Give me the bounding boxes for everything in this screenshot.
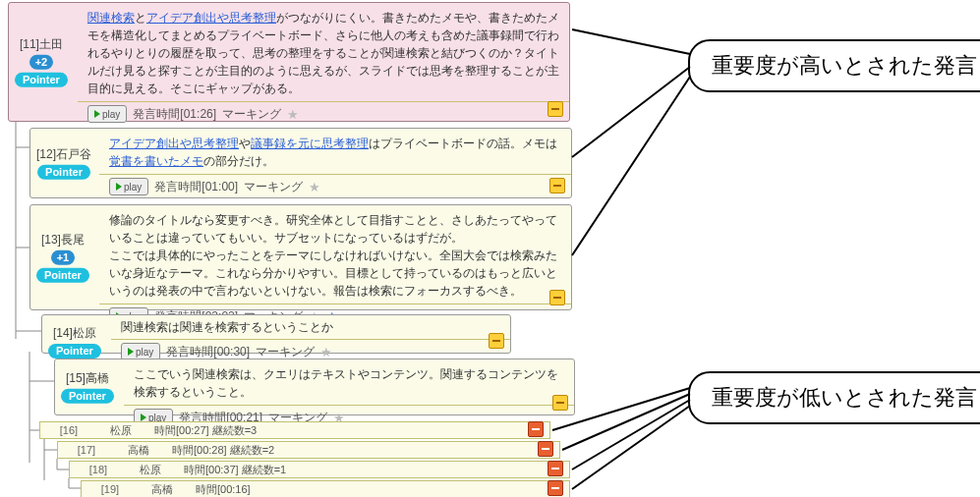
comment-node-15[interactable]: [15]高橋 Pointer ここでいう関連検索は、クエリはテキストやコンテンツ…: [54, 359, 575, 415]
node-count-badge: +1: [51, 250, 76, 265]
node-body: ここでいう関連検索は、クエリはテキストやコンテンツ。関連するコンテンツを検索する…: [124, 359, 574, 406]
node-speaker: 高橋: [86, 371, 109, 385]
node-header: [14]松原 Pointer: [48, 325, 101, 359]
node-index: [15]: [66, 371, 86, 385]
expand-button[interactable]: [548, 480, 563, 496]
play-icon: [116, 183, 122, 191]
node-speaker: 高橋: [139, 482, 186, 497]
pointer-badge[interactable]: Pointer: [37, 165, 90, 180]
node-index: [17]: [58, 444, 115, 456]
svg-line-13: [572, 29, 690, 54]
marking-label: マーキング: [222, 106, 281, 123]
node-index: [18]: [70, 464, 127, 475]
node-meta: play 発言時間[01:26] マーキング ★: [78, 102, 569, 127]
node-body: 関連検索とアイデア創出や思考整理がつながりにくい。書きためたメモや、書きためたメ…: [78, 3, 569, 102]
node-speaker: 土田: [39, 37, 63, 51]
svg-line-15: [572, 77, 690, 255]
node-index: [13]: [41, 233, 61, 247]
collapse-button[interactable]: [489, 333, 504, 349]
comment-mini-17[interactable]: [17] 高橋 時間[00:28] 継続数=2: [57, 441, 560, 459]
node-header: [11]土田 +2 Pointer: [15, 36, 68, 87]
node-header: [12]石戸谷 Pointer: [36, 146, 91, 181]
node-body: 修論のタイトルなら変更すべき。研究全体として目指すことと、さしあたってやっている…: [99, 205, 571, 304]
expand-button[interactable]: [538, 441, 553, 457]
pointer-badge[interactable]: Pointer: [48, 344, 101, 359]
node-time: 発言時間[01:00]: [154, 179, 238, 195]
svg-line-18: [572, 400, 690, 469]
node-index: [19]: [82, 483, 139, 495]
pointer-badge[interactable]: Pointer: [61, 389, 114, 404]
annotation-high: 重要度が高いとされた発言: [688, 39, 980, 92]
play-icon: [128, 348, 134, 356]
play-button[interactable]: play: [109, 178, 148, 195]
node-count-badge: +2: [29, 55, 54, 70]
marking-label: マーキング: [244, 179, 303, 195]
star-icon[interactable]: ★: [320, 345, 332, 359]
node-index: [16]: [40, 424, 97, 436]
expand-button[interactable]: [528, 421, 544, 437]
pointer-badge[interactable]: Pointer: [15, 72, 68, 86]
svg-line-17: [562, 394, 690, 450]
play-icon: [94, 110, 100, 118]
collapse-button[interactable]: [552, 395, 568, 411]
comment-node-12[interactable]: [12]石戸谷 Pointer アイデア創出や思考整理や議事録を元に思考整理はプ…: [29, 128, 572, 198]
node-speaker: 松原: [127, 463, 174, 477]
node-index: [12]: [36, 147, 56, 161]
node-speaker: 松原: [97, 423, 144, 438]
svg-line-19: [572, 406, 690, 489]
collapse-button[interactable]: [549, 178, 565, 193]
annotation-low: 重要度が低いとされた発言: [688, 371, 980, 424]
node-index: [14]: [53, 326, 73, 340]
comment-node-14[interactable]: [14]松原 Pointer 関連検索は関連を検索するということか play 発…: [41, 314, 511, 354]
node-mini-text: 時間[00:16]: [186, 482, 251, 497]
node-index: [11]: [20, 37, 39, 51]
pointer-badge[interactable]: Pointer: [36, 267, 89, 282]
node-body: 関連検索は関連を検索するということか: [111, 315, 510, 340]
comment-mini-18[interactable]: [18] 松原 時間[00:37] 継続数=1: [69, 461, 570, 478]
comment-mini-16[interactable]: [16] 松原 時間[00:27] 継続数=3: [39, 421, 550, 439]
node-mini-text: 時間[00:37] 継続数=1: [174, 463, 286, 477]
node-speaker: 松原: [73, 326, 96, 340]
node-speaker: 石戸谷: [56, 147, 91, 161]
marking-label: マーキング: [256, 344, 315, 360]
node-speaker: 高橋: [115, 443, 162, 458]
svg-line-14: [572, 67, 690, 157]
collapse-button[interactable]: [549, 290, 565, 305]
node-meta: play 発言時間[01:00] マーキング ★: [99, 175, 571, 199]
node-time: 発言時間[01:26]: [133, 106, 216, 123]
collapse-button[interactable]: [548, 101, 563, 117]
play-icon: [141, 414, 146, 421]
comment-mini-19[interactable]: [19] 高橋 時間[00:16]: [81, 480, 570, 497]
node-header: [13]長尾 +1 Pointer: [36, 232, 89, 283]
comment-node-11[interactable]: [11]土田 +2 Pointer 関連検索とアイデア創出や思考整理がつながりに…: [8, 2, 570, 122]
node-body: アイデア創出や思考整理や議事録を元に思考整理はプライベートボードの話。メモは覚書…: [99, 129, 571, 175]
comment-node-13[interactable]: [13]長尾 +1 Pointer 修論のタイトルなら変更すべき。研究全体として…: [29, 204, 572, 310]
node-mini-text: 時間[00:28] 継続数=2: [162, 443, 274, 458]
star-icon[interactable]: ★: [309, 180, 320, 194]
node-speaker: 長尾: [61, 233, 85, 247]
node-time: 発言時間[00:30]: [166, 344, 250, 360]
expand-button[interactable]: [548, 461, 563, 476]
star-icon[interactable]: ★: [287, 107, 299, 122]
play-button[interactable]: play: [87, 105, 127, 123]
node-mini-text: 時間[00:27] 継続数=3: [144, 423, 257, 438]
node-header: [15]高橋 Pointer: [61, 370, 114, 405]
